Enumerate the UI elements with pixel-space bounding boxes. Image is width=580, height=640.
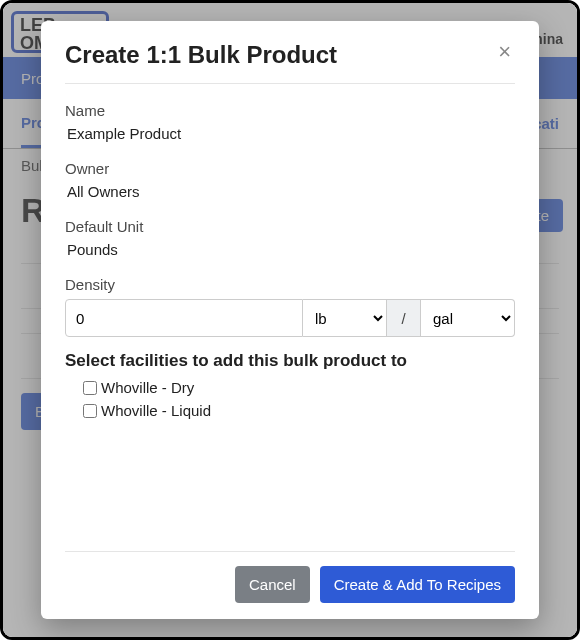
create-add-button[interactable]: Create & Add To Recipes [320, 566, 515, 603]
owner-value: All Owners [67, 183, 515, 200]
modal-footer: Cancel Create & Add To Recipes [65, 551, 515, 603]
create-bulk-product-modal: Create 1:1 Bulk Product × Name Example P… [41, 21, 539, 619]
modal-body: Name Example Product Owner All Owners De… [65, 84, 515, 551]
density-row: lb / gal [65, 299, 515, 337]
close-icon[interactable]: × [494, 41, 515, 63]
facility-checkbox-liquid[interactable] [83, 404, 97, 418]
default-unit-value: Pounds [67, 241, 515, 258]
name-label: Name [65, 102, 515, 119]
cancel-button[interactable]: Cancel [235, 566, 310, 603]
modal-title: Create 1:1 Bulk Product [65, 41, 337, 69]
modal-header: Create 1:1 Bulk Product × [65, 41, 515, 84]
default-unit-label: Default Unit [65, 218, 515, 235]
density-mass-select[interactable]: lb [303, 299, 387, 337]
density-input[interactable] [65, 299, 303, 337]
owner-label: Owner [65, 160, 515, 177]
density-separator: / [387, 299, 421, 337]
density-volume-select[interactable]: gal [421, 299, 515, 337]
name-value: Example Product [67, 125, 515, 142]
facility-label: Whoville - Dry [101, 379, 194, 396]
facility-row[interactable]: Whoville - Liquid [83, 402, 515, 419]
facility-label: Whoville - Liquid [101, 402, 211, 419]
facility-checkbox-dry[interactable] [83, 381, 97, 395]
facility-row[interactable]: Whoville - Dry [83, 379, 515, 396]
density-label: Density [65, 276, 515, 293]
facilities-heading: Select facilities to add this bulk produ… [65, 351, 515, 371]
